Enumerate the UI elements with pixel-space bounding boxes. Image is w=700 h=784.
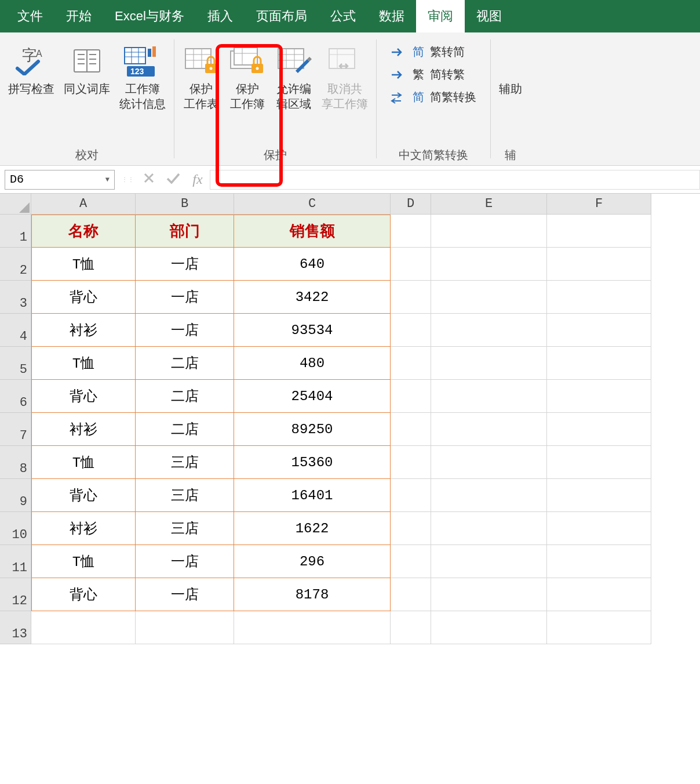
cell[interactable] bbox=[391, 545, 431, 578]
cell[interactable]: 3422 bbox=[234, 281, 391, 314]
cell[interactable]: 1622 bbox=[234, 512, 391, 545]
cell[interactable] bbox=[391, 248, 431, 281]
cell[interactable]: T恤 bbox=[31, 248, 136, 281]
cell[interactable]: T恤 bbox=[31, 347, 136, 380]
cell[interactable] bbox=[31, 611, 136, 644]
cell[interactable]: 8178 bbox=[234, 578, 391, 611]
cell[interactable]: 三店 bbox=[136, 446, 234, 479]
cell[interactable]: 一店 bbox=[136, 314, 234, 347]
cell[interactable]: 衬衫 bbox=[31, 314, 136, 347]
formula-input[interactable] bbox=[210, 170, 700, 190]
cell[interactable] bbox=[431, 248, 547, 281]
accessibility-button[interactable]: 辅助 bbox=[494, 37, 527, 143]
cell[interactable] bbox=[391, 512, 431, 545]
cell[interactable]: 衬衫 bbox=[31, 413, 136, 446]
cell[interactable] bbox=[547, 281, 651, 314]
row-header[interactable]: 2 bbox=[0, 248, 31, 281]
column-header[interactable]: D bbox=[391, 194, 431, 215]
menu-item-6[interactable]: 数据 bbox=[367, 0, 416, 32]
row-header[interactable]: 11 bbox=[0, 545, 31, 578]
cell[interactable]: 二店 bbox=[136, 380, 234, 413]
cell[interactable] bbox=[431, 314, 547, 347]
cell[interactable] bbox=[431, 347, 547, 380]
cell[interactable] bbox=[391, 347, 431, 380]
cell[interactable]: 部门 bbox=[136, 215, 234, 248]
cell[interactable] bbox=[547, 347, 651, 380]
cell[interactable] bbox=[547, 314, 651, 347]
cell[interactable]: 背心 bbox=[31, 281, 136, 314]
protect-workbook-button[interactable]: 保护 工作簿 bbox=[224, 37, 271, 143]
row-header[interactable]: 7 bbox=[0, 413, 31, 446]
enter-button[interactable] bbox=[161, 172, 185, 188]
row-header[interactable]: 10 bbox=[0, 512, 31, 545]
cell[interactable] bbox=[547, 512, 651, 545]
workbook-stats-button[interactable]: 123 工作簿 统计信息 bbox=[115, 37, 170, 143]
cell[interactable]: 一店 bbox=[136, 281, 234, 314]
cell[interactable]: 三店 bbox=[136, 479, 234, 512]
cell[interactable] bbox=[431, 446, 547, 479]
row-header[interactable]: 12 bbox=[0, 578, 31, 611]
cell[interactable] bbox=[547, 446, 651, 479]
cancel-button[interactable] bbox=[137, 172, 161, 188]
cell[interactable]: 背心 bbox=[31, 380, 136, 413]
thesaurus-button[interactable]: 同义词库 bbox=[59, 37, 115, 143]
cell[interactable] bbox=[547, 413, 651, 446]
cell[interactable]: 销售额 bbox=[234, 215, 391, 248]
cell[interactable]: T恤 bbox=[31, 545, 136, 578]
cell[interactable]: 衬衫 bbox=[31, 512, 136, 545]
row-header[interactable]: 13 bbox=[0, 611, 31, 644]
cell[interactable] bbox=[547, 215, 651, 248]
cell[interactable]: T恤 bbox=[31, 446, 136, 479]
allow-edit-range-button[interactable]: 允许编 辑区域 bbox=[271, 37, 317, 143]
cell[interactable]: 名称 bbox=[31, 215, 136, 248]
cell[interactable] bbox=[391, 215, 431, 248]
column-header[interactable]: A bbox=[31, 194, 136, 215]
column-header[interactable]: B bbox=[136, 194, 234, 215]
cell[interactable] bbox=[431, 479, 547, 512]
cell[interactable] bbox=[391, 611, 431, 644]
cell[interactable] bbox=[431, 281, 547, 314]
row-header[interactable]: 5 bbox=[0, 347, 31, 380]
column-header[interactable]: F bbox=[547, 194, 651, 215]
cell[interactable] bbox=[391, 479, 431, 512]
menu-item-0[interactable]: 文件 bbox=[6, 0, 54, 32]
row-header[interactable]: 4 bbox=[0, 314, 31, 347]
protect-sheet-button[interactable]: 保护 工作表 bbox=[178, 37, 224, 143]
cell[interactable] bbox=[431, 611, 547, 644]
cell[interactable] bbox=[547, 380, 651, 413]
cell[interactable]: 一店 bbox=[136, 545, 234, 578]
menu-item-8[interactable]: 视图 bbox=[465, 0, 513, 32]
column-header[interactable]: C bbox=[234, 194, 391, 215]
cell[interactable] bbox=[431, 512, 547, 545]
cell[interactable] bbox=[391, 578, 431, 611]
row-header[interactable]: 6 bbox=[0, 380, 31, 413]
cell[interactable] bbox=[431, 380, 547, 413]
name-box[interactable]: D6 ▼ bbox=[5, 170, 115, 190]
cell[interactable]: 25404 bbox=[234, 380, 391, 413]
cell[interactable] bbox=[547, 545, 651, 578]
menu-item-5[interactable]: 公式 bbox=[319, 0, 367, 32]
cell[interactable]: 二店 bbox=[136, 347, 234, 380]
menu-item-2[interactable]: Excel与财务 bbox=[103, 0, 196, 32]
simp-trad-convert-button[interactable]: 简 简繁转换 bbox=[391, 89, 476, 105]
menu-item-3[interactable]: 插入 bbox=[196, 0, 245, 32]
row-header[interactable]: 9 bbox=[0, 479, 31, 512]
column-header[interactable]: E bbox=[431, 194, 547, 215]
cell[interactable]: 16401 bbox=[234, 479, 391, 512]
cell[interactable] bbox=[391, 281, 431, 314]
cell[interactable] bbox=[431, 578, 547, 611]
cell[interactable]: 背心 bbox=[31, 578, 136, 611]
cell[interactable]: 89250 bbox=[234, 413, 391, 446]
row-header[interactable]: 3 bbox=[0, 281, 31, 314]
cell[interactable] bbox=[391, 413, 431, 446]
cell[interactable]: 一店 bbox=[136, 578, 234, 611]
trad-to-simp-button[interactable]: 简 繁转简 bbox=[391, 44, 476, 60]
menu-item-1[interactable]: 开始 bbox=[54, 0, 103, 32]
cell[interactable]: 640 bbox=[234, 248, 391, 281]
cell[interactable]: 296 bbox=[234, 545, 391, 578]
cell[interactable] bbox=[547, 611, 651, 644]
cell[interactable] bbox=[391, 446, 431, 479]
cell[interactable] bbox=[391, 380, 431, 413]
fx-button[interactable]: fx bbox=[185, 172, 210, 187]
simp-to-trad-button[interactable]: 繁 简转繁 bbox=[391, 67, 476, 82]
